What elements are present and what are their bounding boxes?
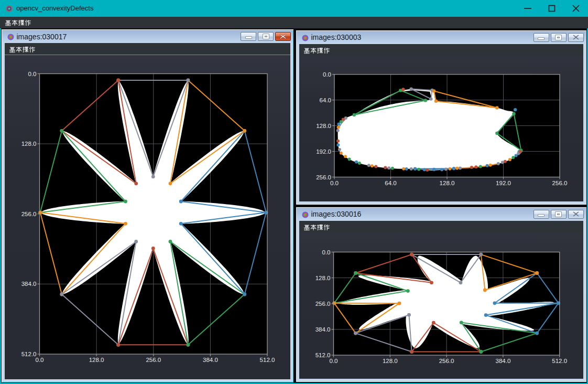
svg-text:384.0: 384.0 — [315, 326, 330, 332]
svg-text:192.0: 192.0 — [316, 148, 331, 154]
svg-text:512.0: 512.0 — [552, 358, 567, 364]
svg-text:256.0: 256.0 — [146, 357, 161, 363]
svg-text:0.0: 0.0 — [35, 357, 43, 363]
svg-text:64.0: 64.0 — [319, 97, 331, 103]
svg-text:128.0: 128.0 — [382, 358, 397, 364]
svg-text:0.0: 0.0 — [323, 71, 331, 77]
svg-text:0.0: 0.0 — [322, 249, 330, 255]
svg-text:0.0: 0.0 — [329, 358, 337, 364]
svg-text:256.0: 256.0 — [552, 179, 567, 186]
svg-text:384.0: 384.0 — [495, 358, 510, 364]
svg-text:384.0: 384.0 — [21, 281, 36, 287]
svg-text:128.0: 128.0 — [316, 122, 331, 129]
svg-text:256.0: 256.0 — [315, 300, 330, 306]
svg-text:512.0: 512.0 — [21, 351, 36, 357]
svg-text:192.0: 192.0 — [496, 179, 511, 186]
svg-text:512.0: 512.0 — [259, 357, 275, 363]
svg-text:512.0: 512.0 — [315, 352, 330, 358]
svg-text:256.0: 256.0 — [316, 174, 331, 180]
svg-text:0.0: 0.0 — [330, 179, 339, 186]
svg-text:256.0: 256.0 — [439, 358, 454, 364]
svg-text:384.0: 384.0 — [203, 357, 218, 363]
svg-text:128.0: 128.0 — [315, 274, 330, 281]
svg-text:256.0: 256.0 — [21, 211, 36, 217]
svg-text:128.0: 128.0 — [89, 357, 104, 363]
svg-text:64.0: 64.0 — [385, 179, 396, 186]
svg-text:0.0: 0.0 — [28, 71, 36, 77]
svg-text:128.0: 128.0 — [21, 141, 36, 147]
svg-text:128.0: 128.0 — [439, 179, 454, 186]
